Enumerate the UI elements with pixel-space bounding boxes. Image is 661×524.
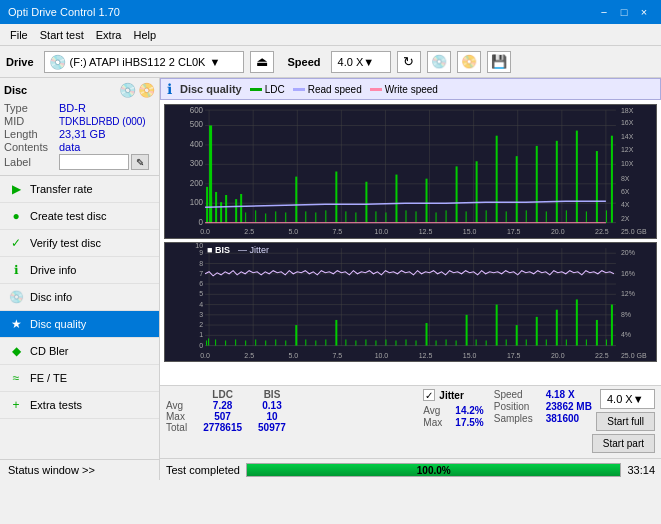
disc-header: Disc 💿 📀 (4, 82, 155, 98)
svg-rect-68 (255, 210, 256, 222)
svg-rect-149 (295, 325, 297, 346)
svg-rect-146 (265, 340, 266, 345)
jitter-checkbox[interactable]: ✓ (423, 389, 435, 401)
svg-rect-164 (446, 339, 447, 345)
svg-text:8X: 8X (621, 175, 630, 183)
nav-drive-info[interactable]: ℹ Drive info (0, 257, 159, 284)
nav-cd-bler[interactable]: ◆ CD Bler (0, 338, 159, 365)
svg-rect-56 (395, 175, 397, 223)
svg-text:2: 2 (199, 321, 203, 329)
disc-contents-value: data (59, 141, 80, 153)
title-bar: Opti Drive Control 1.70 − □ × (0, 0, 661, 24)
stats-speed-select[interactable]: 4.0 X ▼ (600, 389, 655, 409)
save-button[interactable]: 💾 (487, 51, 511, 73)
speed-dropdown-arrow: ▼ (363, 56, 374, 68)
disc-icon1[interactable]: 💿 (119, 82, 136, 98)
disc-button[interactable]: 💿 (427, 51, 451, 73)
svg-text:10: 10 (195, 243, 203, 250)
close-button[interactable]: × (635, 4, 653, 20)
total-bis: 50977 (250, 422, 294, 433)
progress-bar-container: 100.0% (246, 463, 621, 477)
disc2-button[interactable]: 📀 (457, 51, 481, 73)
disc-label-edit-button[interactable]: ✎ (131, 154, 149, 170)
nav-create-test-disc[interactable]: ● Create test disc (0, 203, 159, 230)
svg-rect-51 (240, 194, 242, 223)
svg-rect-78 (385, 212, 386, 222)
disc-label-input[interactable] (59, 154, 129, 170)
upper-chart: 0 100 200 300 400 500 600 18X 16X 14X 12… (164, 104, 657, 239)
menu-file[interactable]: File (4, 27, 34, 43)
svg-text:0.0: 0.0 (200, 228, 210, 236)
disc-mid-label: MID (4, 115, 59, 127)
svg-rect-83 (466, 211, 467, 222)
menu-start-test[interactable]: Start test (34, 27, 90, 43)
read-legend-label: Read speed (308, 84, 362, 95)
eject-button[interactable]: ⏏ (250, 51, 274, 73)
refresh-button[interactable]: ↻ (397, 51, 421, 73)
drive-value: (F:) ATAPI iHBS112 2 CL0K (70, 56, 206, 68)
svg-text:12.5: 12.5 (419, 228, 433, 236)
menu-extra[interactable]: Extra (90, 27, 128, 43)
nav-disc-info[interactable]: 💿 Disc info (0, 284, 159, 311)
nav-disc-quality[interactable]: ★ Disc quality (0, 311, 159, 338)
svg-rect-66 (611, 136, 613, 223)
svg-rect-48 (220, 202, 222, 222)
svg-rect-63 (556, 141, 558, 223)
svg-text:4: 4 (199, 301, 203, 309)
drive-select[interactable]: 💿 (F:) ATAPI iHBS112 2 CL0K ▼ (44, 51, 244, 73)
status-window-button[interactable]: Status window >> (0, 459, 159, 480)
write-legend-label: Write speed (385, 84, 438, 95)
start-full-button[interactable]: Start full (596, 412, 655, 431)
svg-text:22.5: 22.5 (595, 228, 609, 236)
svg-text:14X: 14X (621, 133, 634, 141)
fe-te-icon: ≈ (8, 370, 24, 386)
minimize-button[interactable]: − (595, 4, 613, 20)
stats-total-row: Total 2778615 50977 (166, 422, 294, 433)
svg-rect-154 (345, 339, 346, 345)
svg-rect-74 (325, 210, 326, 222)
nav-extra-tests[interactable]: + Extra tests (0, 392, 159, 419)
svg-text:20.0: 20.0 (551, 352, 565, 360)
drive-label: Drive (6, 56, 34, 68)
svg-text:0: 0 (199, 218, 204, 227)
stats-max-row: Max 507 10 (166, 411, 294, 422)
disc-section-title: Disc (4, 84, 27, 96)
svg-rect-159 (395, 340, 396, 345)
jitter-avg-label: Avg (423, 405, 451, 416)
svg-rect-158 (385, 339, 386, 345)
menu-bar: File Start test Extra Help (0, 24, 661, 46)
disc-icon2[interactable]: 📀 (138, 82, 155, 98)
svg-text:2.5: 2.5 (244, 228, 254, 236)
start-part-button[interactable]: Start part (592, 434, 655, 453)
jitter-avg-value: 14.2% (455, 405, 483, 416)
legend-read: Read speed (293, 84, 362, 95)
maximize-button[interactable]: □ (615, 4, 633, 20)
nav-verify-test-disc[interactable]: ✓ Verify test disc (0, 230, 159, 257)
svg-text:12%: 12% (621, 290, 636, 298)
nav-items: ▶ Transfer rate ● Create test disc ✓ Ver… (0, 176, 159, 459)
svg-rect-91 (165, 243, 656, 361)
progress-text: 100.0% (247, 464, 620, 478)
window-controls: − □ × (595, 4, 653, 20)
jitter-header-row: ✓ Jitter (423, 389, 483, 401)
ldc-legend-dot (250, 88, 262, 91)
svg-rect-145 (255, 339, 256, 345)
jitter-max-row: Max 17.5% (423, 417, 483, 428)
disc-mid-value: TDKBLDRBD (000) (59, 116, 146, 127)
speed-select[interactable]: 4.0 X ▼ (331, 51, 391, 73)
disc-label-label: Label (4, 156, 59, 168)
nav-fe-te[interactable]: ≈ FE / TE (0, 365, 159, 392)
charts-container: 0 100 200 300 400 500 600 18X 16X 14X 12… (160, 102, 661, 385)
svg-text:17.5: 17.5 (507, 352, 521, 360)
svg-text:18X: 18X (621, 107, 634, 115)
svg-rect-178 (586, 339, 587, 345)
svg-rect-87 (546, 211, 547, 222)
nav-transfer-rate[interactable]: ▶ Transfer rate (0, 176, 159, 203)
svg-text:20%: 20% (621, 249, 636, 257)
svg-text:5.0: 5.0 (288, 228, 298, 236)
svg-rect-75 (345, 211, 346, 222)
right-panel: ℹ Disc quality LDC Read speed Write spee… (160, 78, 661, 480)
col-bis: BIS (250, 389, 294, 400)
menu-help[interactable]: Help (127, 27, 162, 43)
svg-rect-64 (576, 131, 578, 223)
